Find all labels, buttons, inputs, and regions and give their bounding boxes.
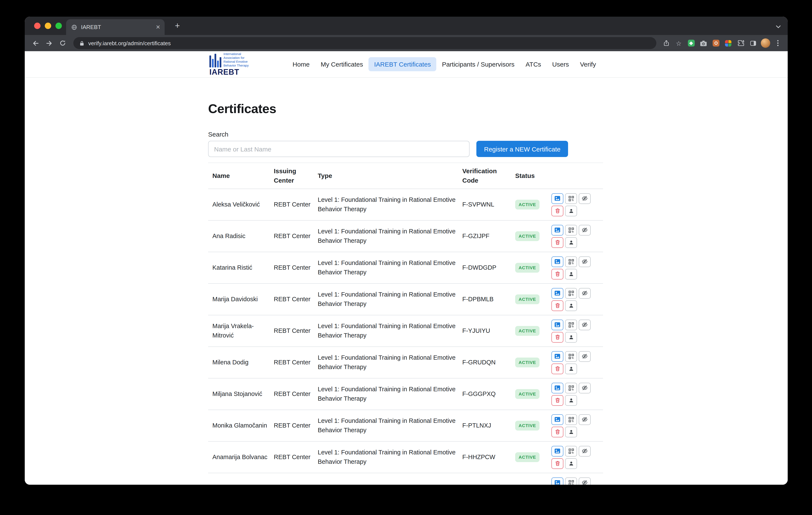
user-button[interactable]: [565, 300, 577, 311]
maximize-window-button[interactable]: [55, 23, 62, 29]
visibility-button[interactable]: [579, 477, 591, 485]
user-button[interactable]: [565, 206, 577, 216]
delete-button[interactable]: [551, 269, 563, 279]
extension-colorful-icon[interactable]: [722, 37, 734, 49]
side-panel-icon[interactable]: [747, 37, 759, 49]
certificate-button[interactable]: [551, 225, 563, 235]
nav-item-iarebt-certificates[interactable]: IAREBT Certificates: [369, 57, 436, 71]
visibility-button[interactable]: [579, 288, 591, 298]
table-row: Anamarija Bolvanac REBT Center Level 1: …: [208, 442, 603, 473]
certificate-button[interactable]: [551, 414, 563, 425]
table-row: Marija Vrakela-Mitrović REBT Center Leve…: [208, 315, 603, 347]
visibility-button[interactable]: [579, 414, 591, 425]
certificate-button[interactable]: [551, 193, 563, 204]
cell-type: Level 1: Foundational Training in Ration…: [318, 484, 462, 485]
certificate-icon: [554, 385, 560, 390]
qr-code-icon: [568, 480, 574, 485]
visibility-button[interactable]: [579, 446, 591, 456]
cell-actions: [551, 288, 603, 311]
person-icon: [568, 303, 574, 308]
delete-button[interactable]: [551, 395, 563, 406]
eye-slash-icon: [582, 322, 588, 328]
nav-item-users[interactable]: Users: [547, 57, 575, 71]
register-certificate-button[interactable]: Register a NEW Certificate: [476, 141, 568, 157]
qr-code-button[interactable]: [565, 351, 577, 361]
extensions-puzzle-icon[interactable]: [735, 37, 746, 49]
certificate-button[interactable]: [551, 319, 563, 330]
qr-code-button[interactable]: [565, 477, 577, 485]
cell-actions: [551, 382, 603, 406]
qr-code-button[interactable]: [565, 288, 577, 298]
new-tab-button[interactable]: +: [172, 21, 183, 31]
minimize-window-button[interactable]: [45, 23, 51, 29]
certificate-button[interactable]: [551, 288, 563, 298]
cell-status: ACTIVE: [515, 357, 551, 368]
cell-verification-code: F-GGGPXQ: [462, 389, 515, 399]
delete-button[interactable]: [551, 300, 563, 311]
delete-button[interactable]: [551, 458, 563, 469]
profile-avatar[interactable]: [759, 37, 771, 49]
user-button[interactable]: [565, 363, 577, 374]
qr-code-button[interactable]: [565, 319, 577, 330]
user-button[interactable]: [565, 458, 577, 469]
qr-code-button[interactable]: [565, 446, 577, 456]
back-button[interactable]: [29, 37, 42, 50]
bookmark-star-icon[interactable]: ☆: [673, 37, 685, 49]
user-button[interactable]: [565, 269, 577, 279]
browser-menu-kebab-icon[interactable]: [772, 37, 783, 49]
user-button[interactable]: [565, 395, 577, 406]
forward-button[interactable]: [42, 37, 55, 50]
qr-code-button[interactable]: [565, 193, 577, 204]
nav-item-atcs[interactable]: ATCs: [520, 57, 547, 71]
nav-item-my-certificates[interactable]: My Certificates: [315, 57, 369, 71]
cell-name: Miljana Stojanović: [208, 389, 274, 399]
visibility-button[interactable]: [579, 225, 591, 235]
reload-button[interactable]: [56, 37, 69, 50]
visibility-button[interactable]: [579, 319, 591, 330]
column-header-issuing-center: Issuing Center: [274, 167, 318, 185]
nav-item-participants-supervisors[interactable]: Participants / Supervisors: [436, 57, 520, 71]
address-bar[interactable]: verify.iarebt.org/admin/certificates: [74, 37, 656, 49]
cell-name: Katarina Ristić: [208, 263, 274, 272]
visibility-button[interactable]: [579, 351, 591, 361]
person-icon: [568, 366, 574, 372]
tab-close-icon[interactable]: ✕: [156, 24, 161, 30]
cell-status: ACTIVE: [515, 263, 551, 273]
visibility-button[interactable]: [579, 382, 591, 393]
nav-item-verify[interactable]: Verify: [575, 57, 602, 71]
browser-tab[interactable]: IAREBT ✕: [66, 19, 165, 35]
table-row: Level 1: Foundational Training in Ration…: [208, 473, 603, 485]
cell-issuing-center: REBT Center: [274, 232, 318, 241]
qr-code-button[interactable]: [565, 382, 577, 393]
search-input[interactable]: [208, 141, 469, 157]
certificate-button[interactable]: [551, 382, 563, 393]
qr-code-button[interactable]: [565, 256, 577, 267]
certificate-button[interactable]: [551, 351, 563, 361]
certificate-button[interactable]: [551, 446, 563, 456]
extension-camera-icon[interactable]: [698, 37, 709, 49]
status-badge: ACTIVE: [515, 421, 540, 431]
qr-code-button[interactable]: [565, 414, 577, 425]
delete-button[interactable]: [551, 332, 563, 343]
visibility-button[interactable]: [579, 256, 591, 267]
visibility-button[interactable]: [579, 193, 591, 204]
person-icon: [568, 208, 574, 214]
user-button[interactable]: [565, 332, 577, 343]
certificate-button[interactable]: [551, 477, 563, 485]
delete-button[interactable]: [551, 363, 563, 374]
close-window-button[interactable]: [34, 23, 40, 29]
window-controls: [34, 23, 62, 29]
user-button[interactable]: [565, 427, 577, 437]
nav-item-home[interactable]: Home: [287, 57, 315, 71]
extension-orange-icon[interactable]: [710, 37, 722, 49]
qr-code-button[interactable]: [565, 225, 577, 235]
share-icon[interactable]: [661, 37, 672, 49]
tab-search-chevron-icon[interactable]: [776, 23, 781, 30]
user-button[interactable]: [565, 237, 577, 248]
delete-button[interactable]: [551, 237, 563, 248]
certificate-button[interactable]: [551, 256, 563, 267]
delete-button[interactable]: [551, 206, 563, 216]
delete-button[interactable]: [551, 427, 563, 437]
person-icon: [568, 271, 574, 277]
extension-green-icon[interactable]: [685, 37, 697, 49]
